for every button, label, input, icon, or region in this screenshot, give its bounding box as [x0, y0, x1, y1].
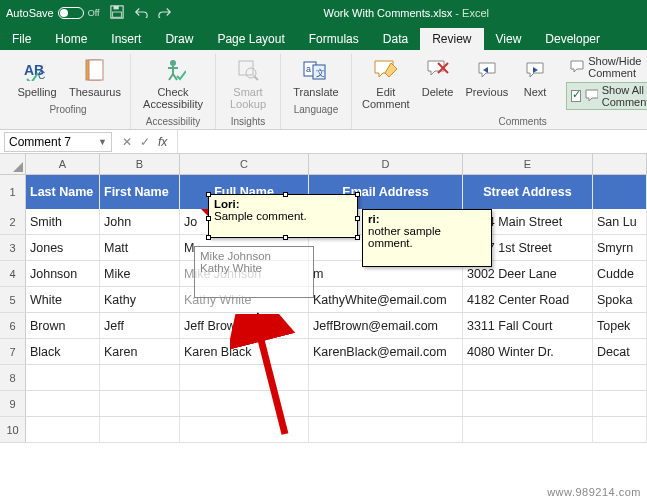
row-header[interactable]: 2 [0, 209, 26, 234]
check-accessibility-button[interactable]: Check Accessibility [139, 54, 207, 112]
show-all-comments-button[interactable]: Show All Comments [566, 82, 647, 110]
translate-label: Translate [293, 86, 338, 98]
cell[interactable]: San Lu [593, 209, 647, 234]
cell[interactable] [463, 417, 593, 442]
cell[interactable] [463, 365, 593, 390]
tab-data[interactable]: Data [371, 28, 420, 50]
tab-review[interactable]: Review [420, 28, 483, 50]
tab-draw[interactable]: Draw [153, 28, 205, 50]
cell[interactable]: 4080 Winter Dr. [463, 339, 593, 364]
tab-file[interactable]: File [0, 28, 43, 50]
tab-page-layout[interactable]: Page Layout [205, 28, 296, 50]
header-firstname[interactable]: First Name [100, 175, 180, 209]
row-header-1[interactable]: 1 [0, 175, 26, 209]
cell[interactable]: KathyWhite@email.com [309, 287, 463, 312]
delete-comment-button[interactable]: Delete [420, 54, 456, 100]
spelling-button[interactable]: ABC Spelling [14, 54, 60, 100]
col-header-F[interactable] [593, 154, 647, 174]
autosave-toggle[interactable]: AutoSave Off [6, 7, 100, 19]
cell[interactable]: John [100, 209, 180, 234]
cell[interactable]: Mike [100, 261, 180, 286]
tab-insert[interactable]: Insert [99, 28, 153, 50]
cell[interactable]: Johnson [26, 261, 100, 286]
col-header-D[interactable]: D [309, 154, 463, 174]
cell[interactable] [309, 417, 463, 442]
cell[interactable] [26, 417, 100, 442]
app-name: Excel [462, 7, 489, 19]
edit-comment-button[interactable]: Edit Comment [360, 54, 412, 112]
fx-icon[interactable]: fx [158, 135, 167, 149]
cell[interactable] [26, 365, 100, 390]
cell[interactable]: Kathy [100, 287, 180, 312]
row-header[interactable]: 5 [0, 287, 26, 312]
cell[interactable] [593, 391, 647, 416]
header-extra[interactable] [593, 175, 647, 209]
cell[interactable]: Black [26, 339, 100, 364]
svg-line-10 [254, 76, 258, 80]
row-header[interactable]: 9 [0, 391, 26, 416]
cell[interactable]: Smyrn [593, 235, 647, 260]
col-header-E[interactable]: E [463, 154, 593, 174]
cell[interactable]: JeffBrown@email.com [309, 313, 463, 338]
header-street[interactable]: Street Address [463, 175, 593, 209]
cell[interactable]: Jeff [100, 313, 180, 338]
row-header[interactable]: 6 [0, 313, 26, 338]
thesaurus-button[interactable]: Thesaurus [68, 54, 122, 100]
cell[interactable]: Spoka [593, 287, 647, 312]
next-comment-button[interactable]: Next [518, 54, 552, 100]
cell[interactable] [463, 391, 593, 416]
comment-box-1[interactable]: Lori: Sample comment. [208, 194, 358, 238]
col-header-C[interactable]: C [180, 154, 309, 174]
accessibility-icon [159, 56, 187, 84]
tab-view[interactable]: View [484, 28, 534, 50]
name-box[interactable]: Comment 7 ▼ [4, 132, 112, 152]
row-header[interactable]: 10 [0, 417, 26, 442]
formula-input[interactable] [177, 130, 647, 153]
cell[interactable] [593, 365, 647, 390]
cell[interactable]: Smith [26, 209, 100, 234]
group-accessibility: Check Accessibility Accessibility [131, 54, 216, 129]
enter-icon[interactable]: ✓ [140, 135, 150, 149]
cell[interactable]: Karen [100, 339, 180, 364]
row-header[interactable]: 4 [0, 261, 26, 286]
row-header[interactable]: 7 [0, 339, 26, 364]
red-arrow-annotation [230, 314, 310, 444]
tab-developer[interactable]: Developer [533, 28, 612, 50]
redo-icon[interactable] [158, 6, 172, 20]
col-header-A[interactable]: A [26, 154, 100, 174]
cell[interactable]: White [26, 287, 100, 312]
cell[interactable]: Cudde [593, 261, 647, 286]
cell[interactable]: KarenBlack@email.com [309, 339, 463, 364]
col-header-B[interactable]: B [100, 154, 180, 174]
tab-formulas[interactable]: Formulas [297, 28, 371, 50]
worksheet-grid[interactable]: A B C D E 1 Last Name First Name Full Na… [0, 154, 647, 443]
cell[interactable] [26, 391, 100, 416]
cell[interactable] [309, 365, 463, 390]
cell[interactable]: 3311 Fall Court [463, 313, 593, 338]
cell[interactable]: Topek [593, 313, 647, 338]
cell[interactable] [100, 365, 180, 390]
row-header[interactable]: 3 [0, 235, 26, 260]
cell[interactable] [309, 391, 463, 416]
cell[interactable] [100, 391, 180, 416]
cell[interactable]: Brown [26, 313, 100, 338]
select-all-corner[interactable] [0, 154, 26, 174]
cell[interactable] [100, 417, 180, 442]
cell[interactable]: Jones [26, 235, 100, 260]
cancel-icon[interactable]: ✕ [122, 135, 132, 149]
previous-comment-button[interactable]: Previous [463, 54, 510, 100]
cell[interactable]: Matt [100, 235, 180, 260]
cell[interactable]: Decat [593, 339, 647, 364]
header-lastname[interactable]: Last Name [26, 175, 100, 209]
row-header[interactable]: 8 [0, 365, 26, 390]
undo-icon[interactable] [134, 6, 148, 20]
comment-text: Sample comment. [214, 210, 307, 222]
cell[interactable]: 4182 Center Road [463, 287, 593, 312]
cell[interactable] [593, 417, 647, 442]
show-hide-comment-button[interactable]: Show/Hide Comment [566, 54, 647, 80]
group-label-insights: Insights [231, 116, 265, 127]
save-icon[interactable] [110, 5, 124, 21]
comment-box-2[interactable]: ri: nother sample omment. [362, 209, 492, 267]
tab-home[interactable]: Home [43, 28, 99, 50]
translate-button[interactable]: a文 Translate [289, 54, 343, 100]
